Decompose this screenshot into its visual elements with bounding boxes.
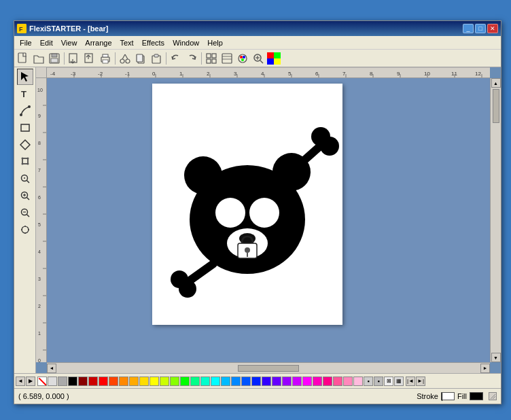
scroll-thumb-h[interactable] <box>238 365 299 372</box>
menu-edit[interactable]: Edit <box>36 37 57 48</box>
color-swatch-orange2[interactable] <box>119 377 128 386</box>
menu-effects[interactable]: Effects <box>138 37 169 48</box>
color-swatch-pink1[interactable] <box>313 377 322 386</box>
menu-view[interactable]: View <box>57 37 82 48</box>
zoom-button[interactable] <box>251 51 266 66</box>
text-tool[interactable]: T <box>17 86 33 102</box>
open-button[interactable] <box>31 51 46 66</box>
color-pattern-3[interactable]: ⊠ <box>384 377 393 386</box>
menu-help[interactable]: Help <box>203 37 227 48</box>
scroll-left-button[interactable]: ◄ <box>47 364 56 373</box>
color-swatch-black[interactable] <box>68 377 77 386</box>
zoom-out-tool[interactable] <box>17 205 33 221</box>
save-button[interactable] <box>47 51 62 66</box>
color-swatch-blue3[interactable] <box>251 377 261 386</box>
color-swatch-seafoam[interactable] <box>190 377 200 386</box>
node-edit-tool[interactable] <box>17 103 33 119</box>
color-bar-end[interactable]: |◄ <box>406 377 415 386</box>
cut-button[interactable] <box>118 51 133 66</box>
document-settings-button[interactable] <box>219 51 234 66</box>
color-swatch-limeyellow[interactable] <box>160 377 169 386</box>
pencil-tool[interactable] <box>17 154 33 170</box>
svg-rect-4 <box>52 54 57 57</box>
scroll-right-button[interactable]: ► <box>480 364 490 373</box>
color-swatch-blue1[interactable] <box>231 377 241 386</box>
export-button[interactable] <box>82 51 97 66</box>
svg-point-53 <box>24 177 25 179</box>
no-color-swatch[interactable] <box>37 377 47 386</box>
svg-text:T: T <box>21 89 27 99</box>
color-swatch-palepink[interactable] <box>353 377 363 386</box>
redo-button[interactable] <box>184 51 199 66</box>
status-resize-grip[interactable] <box>489 392 497 400</box>
scroll-down-button[interactable]: ▼ <box>491 353 501 362</box>
view-options-button[interactable] <box>204 51 219 66</box>
horizontal-scrollbar[interactable]: ◄ ► <box>47 362 490 373</box>
scroll-thumb-v[interactable] <box>493 89 499 123</box>
zoom-in-tool[interactable] <box>17 188 33 204</box>
svg-point-31 <box>241 58 244 61</box>
svg-text:1: 1 <box>38 331 41 336</box>
color-swatch-skyblue[interactable] <box>221 377 230 386</box>
canvas-wrapper[interactable]: -4 -3 -2 -1 0 1 2 3 4 5 6 7 8 9 10 11 12 <box>36 67 501 373</box>
color-swatch-blue2[interactable] <box>241 377 251 386</box>
color-swatch-red2[interactable] <box>99 377 108 386</box>
menu-text[interactable]: Text <box>116 37 138 48</box>
color-swatch-lime[interactable] <box>170 377 179 386</box>
color-swatch-cyan[interactable] <box>211 377 220 386</box>
color-bar-play[interactable]: ▶ <box>26 377 35 386</box>
svg-text:3: 3 <box>234 71 237 77</box>
color-swatch-red1[interactable] <box>88 377 98 386</box>
color-swatch-purple1[interactable] <box>292 377 302 386</box>
maximize-button[interactable]: □ <box>475 24 486 33</box>
svg-point-123 <box>184 156 222 194</box>
vertical-scrollbar[interactable]: ▲ ▼ <box>490 78 501 362</box>
color-swatch-gray2[interactable] <box>58 377 67 386</box>
undo-button[interactable] <box>169 51 183 66</box>
print-button[interactable] <box>98 51 113 66</box>
minimize-button[interactable]: _ <box>463 24 474 33</box>
zoom-area-tool[interactable] <box>17 171 33 187</box>
paste-button[interactable] <box>149 51 164 66</box>
color-swatch-amber[interactable] <box>129 377 139 386</box>
color-swatch-lightpink[interactable] <box>343 377 353 386</box>
color-swatch-indigo2[interactable] <box>272 377 281 386</box>
menu-bar: File Edit View Arrange Text Effects Wind… <box>14 36 501 50</box>
color-swatch-pink3[interactable] <box>333 377 342 386</box>
color-swatch-orange1[interactable] <box>109 377 118 386</box>
color-pattern-1[interactable]: ▪ <box>364 377 373 386</box>
color-squares-button[interactable] <box>266 51 281 66</box>
canvas-content[interactable] <box>47 78 490 362</box>
arrow-tool[interactable] <box>17 69 33 85</box>
copy-button[interactable] <box>133 51 148 66</box>
fill-swatch <box>470 392 483 400</box>
close-button[interactable]: ✕ <box>487 24 498 33</box>
color-swatch-violet[interactable] <box>282 377 292 386</box>
color-swatch-yellow1[interactable] <box>139 377 149 386</box>
color-swatch-yellow2[interactable] <box>149 377 159 386</box>
menu-arrange[interactable]: Arrange <box>81 37 116 48</box>
color-swatch-aqua[interactable] <box>200 377 210 386</box>
title-buttons: _ □ ✕ <box>463 24 498 33</box>
color-pattern-2[interactable]: ▪ <box>374 377 383 386</box>
menu-file[interactable]: File <box>16 37 36 48</box>
color-swatch-gray1[interactable] <box>48 377 57 386</box>
svg-rect-37 <box>274 52 281 58</box>
color-bar-next[interactable]: ►| <box>416 377 425 386</box>
import-button[interactable] <box>67 51 82 66</box>
menu-window[interactable]: Window <box>169 37 203 48</box>
color-swatch-pink2[interactable] <box>323 377 332 386</box>
new-button[interactable] <box>16 51 31 66</box>
color-palette-button[interactable] <box>235 51 250 66</box>
color-swatch-green[interactable] <box>180 377 190 386</box>
color-swatch-indigo1[interactable] <box>262 377 271 386</box>
color-bar-prev[interactable]: ◄ <box>16 377 25 386</box>
pan-tool[interactable] <box>17 222 33 238</box>
polygon-tool[interactable] <box>17 137 33 153</box>
scroll-up-button[interactable]: ▲ <box>491 78 501 88</box>
color-swatch-magenta[interactable] <box>302 377 312 386</box>
rectangle-tool[interactable] <box>17 120 33 136</box>
color-swatch-darkred[interactable] <box>78 377 88 386</box>
svg-point-42 <box>20 113 22 116</box>
color-pattern-4[interactable]: ▦ <box>394 377 404 386</box>
